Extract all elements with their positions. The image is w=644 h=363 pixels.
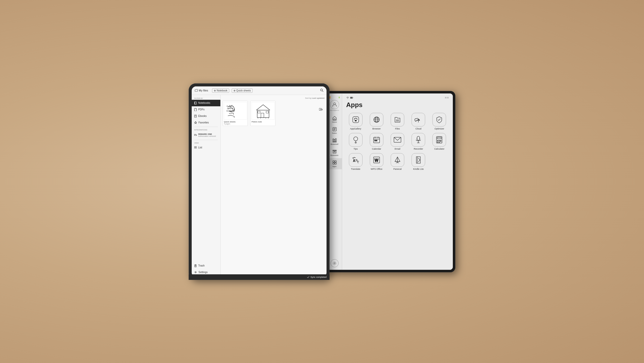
sidebar-divider-1 [194,127,218,127]
svg-point-0 [320,89,323,91]
quick-sheets-button[interactable]: ⊕ Quick sheets [232,88,253,93]
recorder-label: Recorder [414,148,423,150]
sidebar-item-pdfs[interactable]: PDFs [192,106,220,113]
search-button[interactable] [320,88,324,93]
sidebar-item-trash[interactable]: Trash [192,262,220,269]
sidebar-item-ebooks[interactable]: Ebooks [192,113,220,119]
optimizer-icon [432,113,446,126]
translate-icon: A [349,153,363,167]
app-item-cloud[interactable]: Cloud [409,113,428,130]
wps-label: WPS Office [371,168,382,170]
svg-point-78 [437,140,438,141]
file-name-quick-sheets: Quick sheets [224,121,247,123]
app-item-tips[interactable]: Tips [346,133,365,150]
app-item-calculator[interactable]: Calculator [430,133,449,150]
user-avatar[interactable] [330,100,339,109]
page-title: Apps [346,101,449,109]
sidebar-item-favorites[interactable]: Favorites [192,119,220,126]
trash-label: Trash [198,264,205,267]
list-label: List [198,146,202,149]
cloud-icon [412,113,425,126]
calculator-icon [432,133,446,147]
app-item-panecal[interactable]: Panecal [388,153,407,170]
app-item-recorder[interactable]: Recorder [409,133,428,150]
svg-rect-67 [376,140,377,141]
app-item-wps[interactable]: W WPS Office [367,153,386,170]
right-settings-button[interactable] [331,259,339,267]
svg-rect-2 [194,102,196,104]
app-item-calendar[interactable]: Calendar [367,133,386,150]
cloud-label: Cloud [415,127,421,130]
remark-name: REMARK ONE [198,133,216,135]
pdf-icon [194,108,197,111]
sort-value: Last updated [312,97,325,99]
check-icon [307,276,309,277]
app-item-browser[interactable]: Browser [367,113,386,130]
optimizer-label: Optimizer [434,127,444,130]
svg-point-44 [334,262,335,264]
house-svg [252,102,274,119]
plus-icon-2: ⊕ [233,89,235,92]
home-icon [332,116,337,120]
svg-rect-36 [333,139,334,142]
svg-text:W: W [375,158,379,162]
bookshelf-nav-label: Bookshelf [331,143,338,145]
notebook-icon [194,102,197,105]
sort-bar: Sort by Last updated [223,97,325,99]
calendar-icon [370,133,383,147]
email-label: Email [395,148,400,150]
svg-rect-69 [417,136,420,140]
settings-icon [194,271,197,274]
quick-sheets-thumbnail: m. Red the free Explorer [224,102,247,120]
calendar-label: Calendar [372,148,381,150]
right-main-area: 2:11 Apps AppGallery [342,93,453,270]
handwriting-svg: m. Red the free Explorer [224,102,247,119]
svg-point-13 [195,272,196,273]
notes-icon [332,127,337,131]
app-item-appgallery[interactable]: AppGallery [346,113,365,130]
filter-label: Filter by [192,96,220,100]
battery-status-icon [350,97,353,99]
right-device: 📶 🔋 Not logged in Home [325,91,455,272]
cloud-upload-button[interactable] [319,108,323,113]
top-bar-actions: ⊕ Notebook ⊕ Quick sheets [212,88,253,93]
left-main-content: Filter by Notebooks PDFs [192,95,327,277]
file-card-peters-note[interactable]: Peters note [250,101,275,126]
browser-label: Browser [372,127,381,130]
battery-icon: 🔋 [338,96,340,98]
app-item-kindle[interactable]: Kindle Lite [409,153,428,170]
bookstore-icon [332,149,337,154]
sidebar-item-remark[interactable]: REMARK ONE Authorization removed [192,131,220,139]
kindle-icon [412,153,425,167]
wifi-status-icon [346,96,349,99]
favorites-label: Favorites [198,121,209,124]
pdfs-label: PDFs [198,108,205,111]
recorder-icon [412,133,425,147]
settings-gear-icon [333,261,337,265]
app-item-optimizer[interactable]: Optimizer [430,113,449,130]
sidebar-item-notebooks[interactable]: Notebooks [192,100,220,106]
sync-text: Sync completed [310,276,327,277]
quick-sheets-label: Quick sheets [236,89,251,92]
folder-icon [195,89,198,92]
app-item-email[interactable]: Email [388,133,407,150]
svg-text:m. Red: m. Red [226,104,232,107]
app-item-translate[interactable]: A Translate [346,153,365,170]
notebook-button[interactable]: ⊕ Notebook [212,88,229,93]
notebook-label: Notebook [217,89,227,92]
left-sidebar: Filter by Notebooks PDFs [192,95,221,277]
email-icon [391,133,404,147]
tips-icon [349,133,363,147]
file-pages-quick-sheets: 4 pages [224,123,247,125]
sidebar-item-list[interactable]: List [192,144,220,151]
my-files-button[interactable]: My files [195,89,208,92]
svg-rect-38 [335,139,336,142]
file-card-quick-sheets[interactable]: m. Red the free Explorer Quick sheets 4 … [223,101,248,126]
app-item-files[interactable]: Files [388,113,407,130]
integrations-label: Integrations [192,128,220,131]
apps-nav-icon [332,160,337,165]
translate-label: Translate [351,168,360,170]
notebooks-label: Notebooks [198,102,210,104]
browser-icon [370,113,383,126]
list-icon [194,146,197,149]
